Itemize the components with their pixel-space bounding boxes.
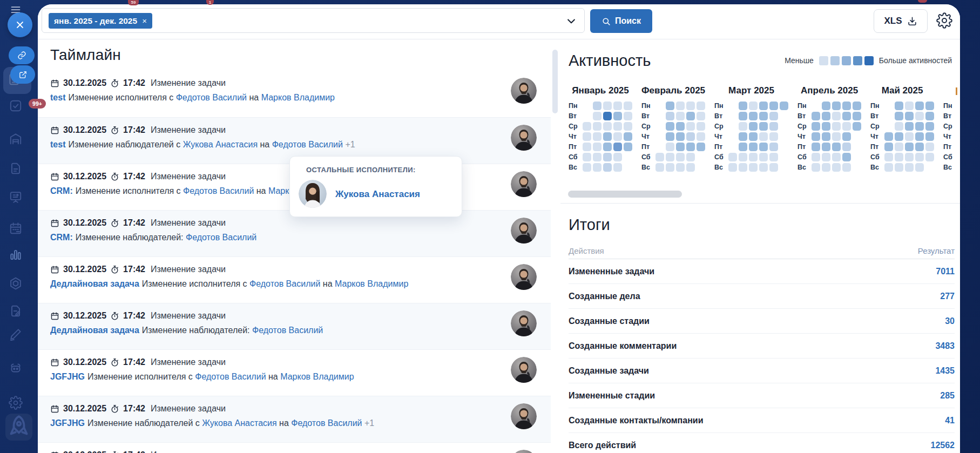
activity-day-cell[interactable]: [655, 163, 664, 172]
activity-day-cell[interactable]: [905, 112, 914, 120]
activity-day-cell[interactable]: [822, 112, 830, 120]
activity-day-cell[interactable]: [884, 132, 893, 141]
activity-day-cell[interactable]: [603, 102, 612, 110]
activity-day-cell[interactable]: [697, 102, 705, 110]
task-link[interactable]: CRM:: [50, 233, 73, 242]
activity-day-cell[interactable]: [583, 122, 591, 131]
activity-day-cell[interactable]: [739, 132, 747, 141]
task-link[interactable]: test: [50, 140, 65, 149]
activity-day-cell[interactable]: [666, 122, 674, 131]
activity-day-cell[interactable]: [697, 112, 705, 120]
activity-day-cell[interactable]: [905, 102, 914, 110]
task-link[interactable]: Дедлайновая задача: [50, 326, 139, 335]
activity-day-cell[interactable]: [739, 163, 747, 172]
activity-day-cell[interactable]: [925, 132, 934, 141]
activity-day-cell[interactable]: [686, 102, 695, 110]
activity-day-cell[interactable]: [759, 163, 768, 172]
activity-day-cell[interactable]: [832, 112, 841, 120]
activity-day-cell[interactable]: [686, 163, 695, 172]
activity-day-cell[interactable]: [822, 102, 830, 110]
chip-close-icon[interactable]: ×: [142, 16, 147, 25]
activity-day-cell[interactable]: [666, 163, 674, 172]
activity-day-cell[interactable]: [812, 143, 820, 151]
activity-day-cell[interactable]: [812, 132, 820, 141]
activity-day-cell[interactable]: [676, 112, 685, 120]
activity-day-cell[interactable]: [624, 102, 632, 110]
activity-day-cell[interactable]: [915, 132, 924, 141]
activity-day-cell[interactable]: [603, 132, 612, 141]
activity-day-cell[interactable]: [842, 112, 851, 120]
activity-day-cell[interactable]: [884, 163, 893, 172]
activity-day-cell[interactable]: [759, 132, 768, 141]
activity-day-cell[interactable]: [593, 143, 601, 151]
activity-day-cell[interactable]: [603, 143, 612, 151]
heatmap-scrollbar[interactable]: [568, 191, 682, 198]
activity-day-cell[interactable]: [739, 153, 747, 161]
activity-day-cell[interactable]: [853, 112, 861, 120]
filter-search-input[interactable]: янв. 2025 - дек. 2025 ×: [42, 8, 585, 33]
activity-day-cell[interactable]: [812, 122, 820, 131]
settings-gear-icon[interactable]: [936, 12, 952, 29]
person-link[interactable]: Федотов Василий: [252, 326, 323, 335]
signature-pen-icon[interactable]: [9, 327, 23, 341]
activity-day-cell[interactable]: [593, 132, 601, 141]
activity-day-cell[interactable]: [697, 122, 705, 131]
open-external-button[interactable]: [10, 65, 35, 84]
activity-day-cell[interactable]: [915, 143, 924, 151]
activity-day-cell[interactable]: [613, 122, 622, 131]
activity-day-cell[interactable]: [686, 153, 695, 161]
activity-day-cell[interactable]: [739, 143, 747, 151]
activity-day-cell[interactable]: [895, 132, 903, 141]
activity-day-cell[interactable]: [676, 102, 685, 110]
activity-day-cell[interactable]: [842, 102, 851, 110]
result-value-link[interactable]: 3483: [935, 341, 955, 351]
activity-day-cell[interactable]: [666, 102, 674, 110]
chevron-down-icon[interactable]: [566, 16, 577, 26]
task-link[interactable]: JGFJHG: [50, 372, 85, 381]
activity-day-cell[interactable]: [666, 143, 674, 151]
person-link[interactable]: Федотов Василий: [176, 93, 247, 102]
activity-day-cell[interactable]: [676, 122, 685, 131]
robot-icon[interactable]: [9, 361, 23, 375]
activity-day-cell[interactable]: [884, 143, 893, 151]
gear-icon[interactable]: [9, 396, 23, 410]
activity-day-cell[interactable]: [905, 122, 914, 131]
activity-day-cell[interactable]: [915, 112, 924, 120]
activity-day-cell[interactable]: [832, 153, 841, 161]
activity-day-cell[interactable]: [749, 132, 758, 141]
activity-day-cell[interactable]: [603, 122, 612, 131]
presentation-board-icon[interactable]: [9, 190, 23, 204]
activity-day-cell[interactable]: [676, 163, 685, 172]
person-link[interactable]: Марков Владимир: [335, 279, 408, 288]
activity-day-cell[interactable]: [749, 153, 758, 161]
activity-day-cell[interactable]: [686, 112, 695, 120]
activity-day-cell[interactable]: [655, 153, 664, 161]
person-link[interactable]: Федотов Василий: [272, 140, 343, 149]
activity-day-cell[interactable]: [749, 112, 758, 120]
activity-day-cell[interactable]: [842, 132, 851, 141]
activity-day-cell[interactable]: [593, 122, 601, 131]
copy-link-button[interactable]: [9, 46, 35, 64]
hexagon-settings-icon[interactable]: [9, 276, 23, 290]
result-value-link[interactable]: 277: [940, 292, 955, 301]
activity-day-cell[interactable]: [915, 153, 924, 161]
activity-day-cell[interactable]: [759, 153, 768, 161]
activity-day-cell[interactable]: [603, 163, 612, 172]
activity-day-cell[interactable]: [832, 143, 841, 151]
activity-day-cell[interactable]: [915, 102, 924, 110]
person-link[interactable]: Федотов Василий: [183, 186, 254, 195]
activity-day-cell[interactable]: [759, 122, 768, 131]
activity-day-cell[interactable]: [676, 143, 685, 151]
person-link[interactable]: Федотов Василий: [291, 418, 362, 428]
storage-icon[interactable]: [9, 132, 23, 146]
activity-day-cell[interactable]: [884, 153, 893, 161]
activity-day-cell[interactable]: [842, 153, 851, 161]
activity-day-cell[interactable]: [593, 153, 601, 161]
activity-day-cell[interactable]: [666, 112, 674, 120]
activity-day-cell[interactable]: [895, 143, 903, 151]
activity-day-cell[interactable]: [739, 122, 747, 131]
activity-day-cell[interactable]: [749, 143, 758, 151]
activity-day-cell[interactable]: [832, 163, 841, 172]
activity-day-cell[interactable]: [780, 102, 788, 110]
person-link[interactable]: Марков Владимир: [280, 372, 354, 381]
